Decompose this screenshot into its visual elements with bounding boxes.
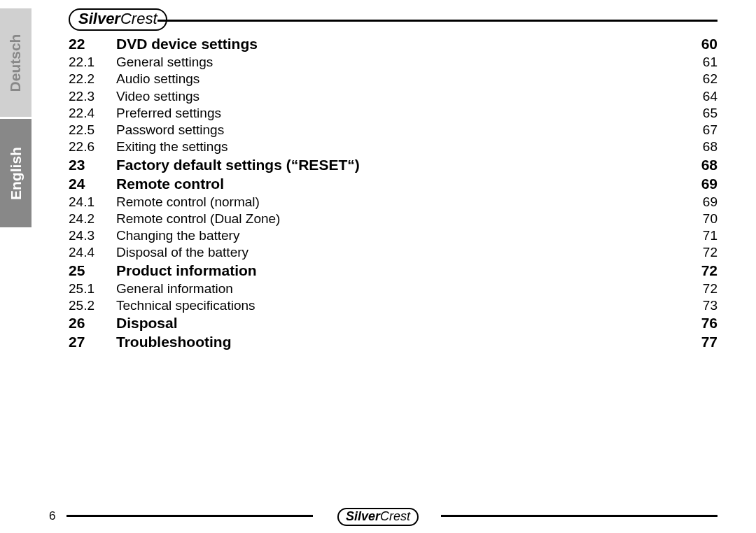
table-of-contents: 22DVD device settings6022.1General setti… (69, 35, 718, 352)
toc-row[interactable]: 22.1General settings61 (69, 54, 718, 71)
toc-page: 72 (703, 280, 718, 297)
toc-row[interactable]: 22.6Exiting the settings68 (69, 138, 718, 155)
toc-title: General information (116, 280, 233, 297)
toc-number: 25.2 (69, 297, 116, 314)
toc-row[interactable]: 22DVD device settings60 (69, 35, 718, 54)
toc-page: 62 (703, 71, 718, 87)
brand-logo-bottom: SilverCrest (337, 508, 419, 526)
toc-number: 24.1 (69, 194, 116, 211)
toc-row[interactable]: 22.3Video settings64 (69, 88, 718, 105)
toc-number: 22.5 (69, 122, 116, 138)
language-tab-deutsch[interactable]: Deutsch (0, 8, 31, 117)
toc-row[interactable]: 22.2Audio settings62 (69, 71, 718, 87)
toc-row[interactable]: 24.3Changing the battery71 (69, 227, 718, 244)
language-tab-english[interactable]: English (0, 119, 31, 227)
toc-page: 65 (703, 105, 718, 122)
toc-title: DVD device settings (116, 35, 258, 54)
language-tabs: Deutsch English (0, 0, 35, 533)
language-label: Deutsch (8, 34, 24, 92)
footer-rule-right (441, 515, 718, 517)
toc-title: Audio settings (116, 71, 200, 87)
language-label: English (8, 147, 24, 200)
toc-title: Disposal of the battery (116, 244, 248, 261)
toc-number: 24 (69, 175, 116, 194)
toc-row[interactable]: 25.1General information72 (69, 280, 718, 297)
toc-number: 27 (69, 333, 116, 352)
brand-logo-top: SilverCrest (69, 8, 167, 31)
toc-title: Factory default settings (“RESET“) (116, 156, 360, 175)
toc-page: 60 (701, 35, 718, 54)
toc-row[interactable]: 25Product information72 (69, 262, 718, 280)
toc-number: 22.1 (69, 54, 116, 71)
toc-title: Remote control (116, 175, 224, 194)
toc-page: 67 (703, 122, 718, 138)
toc-number: 24.2 (69, 211, 116, 227)
toc-number: 26 (69, 314, 116, 333)
toc-row[interactable]: 23Factory default settings (“RESET“)68 (69, 156, 718, 175)
toc-row[interactable]: 24.2Remote control (Dual Zone)70 (69, 211, 718, 227)
toc-page: 73 (703, 297, 718, 314)
toc-page: 72 (701, 262, 718, 280)
toc-page: 76 (701, 314, 718, 333)
toc-page: 64 (703, 88, 718, 105)
toc-number: 22.2 (69, 71, 116, 87)
toc-title: Changing the battery (116, 227, 239, 244)
toc-row[interactable]: 24.1Remote control (normal)69 (69, 194, 718, 211)
toc-title: Product information (116, 262, 257, 280)
toc-page: 68 (703, 138, 718, 155)
silvercrest-logo: SilverCrest (337, 508, 419, 526)
toc-row[interactable]: 24.4Disposal of the battery72 (69, 244, 718, 261)
toc-row[interactable]: 22.4Preferred settings65 (69, 105, 718, 122)
toc-title: Preferred settings (116, 105, 221, 122)
toc-title: Video settings (116, 88, 200, 105)
toc-page: 77 (701, 333, 718, 352)
toc-title: Remote control (normal) (116, 194, 260, 211)
toc-number: 25 (69, 262, 116, 280)
manual-page: Deutsch English SilverCrest 22DVD device… (0, 0, 756, 533)
footer-rule-left (66, 515, 313, 517)
toc-title: Exiting the settings (116, 138, 227, 155)
toc-number: 22.6 (69, 138, 116, 155)
toc-number: 24.3 (69, 227, 116, 244)
toc-row[interactable]: 22.5Password settings67 (69, 122, 718, 138)
toc-page: 71 (703, 227, 718, 244)
toc-page: 69 (701, 175, 718, 194)
toc-page: 72 (703, 244, 718, 261)
toc-title: Troubleshooting (116, 333, 231, 352)
toc-row[interactable]: 26Disposal76 (69, 314, 718, 333)
silvercrest-logo: SilverCrest (69, 8, 167, 31)
toc-row[interactable]: 24Remote control69 (69, 175, 718, 194)
toc-page: 61 (703, 54, 718, 71)
toc-title: Disposal (116, 314, 178, 333)
toc-page: 70 (703, 211, 718, 227)
toc-number: 23 (69, 156, 116, 175)
toc-title: Password settings (116, 122, 224, 138)
toc-title: Remote control (Dual Zone) (116, 211, 280, 227)
toc-number: 22.3 (69, 88, 116, 105)
page-number: 6 (49, 509, 55, 523)
toc-title: General settings (116, 54, 213, 71)
toc-page: 68 (701, 156, 718, 175)
toc-number: 22 (69, 35, 116, 54)
toc-page: 69 (703, 194, 718, 211)
toc-title: Technical specifications (116, 297, 255, 314)
toc-row[interactable]: 27Troubleshooting77 (69, 333, 718, 352)
toc-number: 25.1 (69, 280, 116, 297)
header-rule (158, 20, 718, 22)
toc-number: 22.4 (69, 105, 116, 122)
toc-number: 24.4 (69, 244, 116, 261)
toc-row[interactable]: 25.2Technical specifications73 (69, 297, 718, 314)
